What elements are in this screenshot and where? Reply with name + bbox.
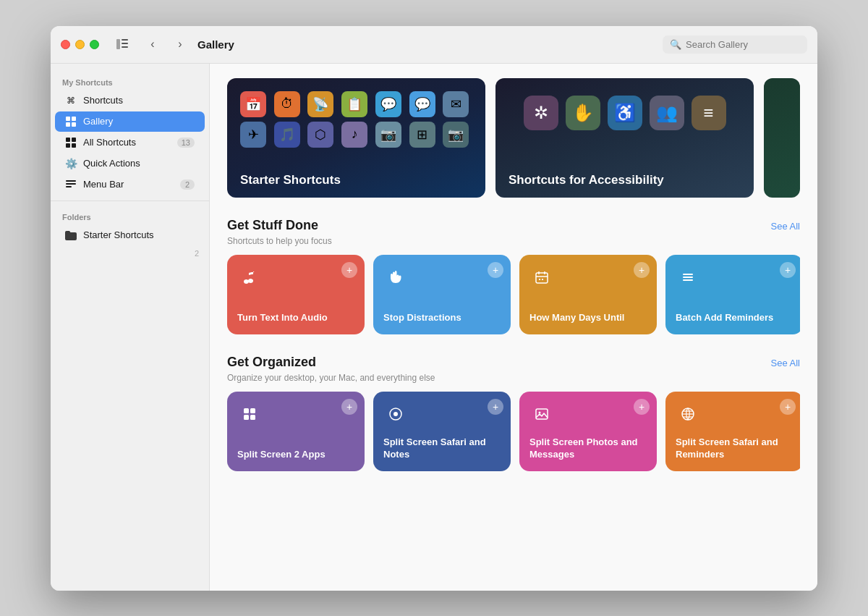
traffic-lights bbox=[61, 40, 99, 49]
quick-actions-label: Quick Actions bbox=[83, 158, 195, 169]
content-area: 📅⏱📡📋💬💬✉✈🎵⬡♪📷⊞📷 Starter Shortcuts ✲✋♿👥≡ S… bbox=[210, 64, 817, 591]
get-organized-see-all[interactable]: See All bbox=[771, 358, 800, 368]
shortcut-card-2[interactable]: +How Many Days Until bbox=[519, 255, 657, 334]
maximize-button[interactable] bbox=[90, 40, 99, 49]
hero-icon-6: ✉ bbox=[443, 91, 469, 117]
svg-rect-3 bbox=[122, 46, 128, 48]
back-button[interactable]: ‹ bbox=[142, 34, 163, 54]
svg-rect-5 bbox=[72, 117, 76, 121]
svg-rect-2 bbox=[122, 43, 128, 44]
shortcut-card-2[interactable]: +Split Screen Photos and Messages bbox=[519, 392, 657, 471]
svg-rect-1 bbox=[122, 39, 128, 41]
minimize-button[interactable] bbox=[75, 40, 85, 49]
search-input[interactable] bbox=[686, 39, 800, 50]
shortcut-card-1[interactable]: +Split Screen Safari and Notes bbox=[373, 392, 511, 471]
hero-icon-0: 📅 bbox=[240, 91, 266, 117]
sidebar-item-quick-actions[interactable]: ⚙️ Quick Actions bbox=[55, 153, 205, 174]
add-shortcut-button-2[interactable]: + bbox=[634, 399, 650, 415]
add-shortcut-button-3[interactable]: + bbox=[780, 399, 796, 415]
hero-icon-13: 📷 bbox=[443, 122, 469, 148]
svg-rect-12 bbox=[66, 180, 76, 182]
svg-rect-8 bbox=[66, 138, 70, 142]
svg-rect-24 bbox=[244, 408, 249, 413]
titlebar: ‹ › Gallery 🔍 bbox=[51, 26, 817, 64]
svg-rect-23 bbox=[683, 279, 693, 281]
sidebar-item-menu-bar[interactable]: Menu Bar 2 bbox=[55, 174, 205, 195]
get-organized-section: Get Organized See All Organize your desk… bbox=[227, 355, 800, 471]
sidebar-item-shortcuts: ⌘ Shortcuts bbox=[55, 90, 205, 111]
shortcut-card-icon-3 bbox=[676, 265, 700, 290]
shortcut-card-0[interactable]: +Turn Text Into Audio bbox=[227, 255, 365, 334]
svg-rect-15 bbox=[536, 273, 548, 283]
shortcut-card-1[interactable]: +Stop Distractions bbox=[373, 255, 511, 334]
hero-icons-grid: 📅⏱📡📋💬💬✉✈🎵⬡♪📷⊞📷 bbox=[227, 78, 485, 155]
menu-bar-icon bbox=[65, 179, 77, 190]
shortcut-card-icon-0 bbox=[237, 402, 262, 426]
hero-icon-7: ✈ bbox=[240, 122, 266, 148]
svg-rect-13 bbox=[66, 183, 76, 185]
app-window: ‹ › Gallery 🔍 My Shortcuts ⌘ Shortcuts bbox=[51, 26, 817, 591]
hero-icon-2: 📡 bbox=[307, 91, 333, 117]
svg-rect-19 bbox=[539, 279, 540, 280]
hero-icon-5: 💬 bbox=[409, 91, 435, 117]
search-box[interactable]: 🔍 bbox=[663, 35, 807, 54]
gallery-icon bbox=[65, 116, 77, 127]
shortcut-card-label-3: Batch Add Reminders bbox=[676, 312, 793, 324]
forward-button[interactable]: › bbox=[170, 34, 190, 54]
get-organized-subtitle: Organize your desktop, your Mac, and eve… bbox=[227, 373, 800, 383]
svg-rect-27 bbox=[250, 415, 255, 420]
shortcut-card-0[interactable]: +Split Screen 2 Apps bbox=[227, 392, 365, 471]
shortcut-card-icon-1 bbox=[383, 265, 408, 290]
shortcut-card-label-2: Split Screen Photos and Messages bbox=[529, 436, 647, 461]
sidebar-item-gallery[interactable]: Gallery bbox=[55, 111, 205, 132]
add-shortcut-button-1[interactable]: + bbox=[488, 262, 503, 278]
folders-section-label: Folders bbox=[51, 207, 209, 224]
gallery-label: Gallery bbox=[83, 116, 195, 127]
a11y-icon-2: ♿ bbox=[608, 96, 642, 130]
page-title: Gallery bbox=[197, 38, 655, 51]
get-organized-cards: +Split Screen 2 Apps+Split Screen Safari… bbox=[227, 392, 800, 471]
sidebar-shortcuts-label: Shortcuts bbox=[83, 95, 195, 106]
accessibility-hero-label: Shortcuts for Accessibility bbox=[509, 173, 664, 187]
hero-icon-3: 📋 bbox=[341, 91, 367, 117]
shortcut-card-icon-1 bbox=[383, 402, 408, 426]
starter-shortcuts-hero-label: Starter Shortcuts bbox=[240, 173, 341, 187]
shortcut-card-label-1: Split Screen Safari and Notes bbox=[383, 436, 501, 461]
hero-icon-10: ♪ bbox=[341, 122, 367, 148]
sidebar-item-all-shortcuts[interactable]: All Shortcuts 13 bbox=[55, 132, 205, 153]
shortcut-card-icon-0 bbox=[237, 265, 262, 290]
svg-rect-26 bbox=[244, 415, 249, 420]
shortcut-card-3[interactable]: +Split Screen Safari and Reminders bbox=[665, 392, 800, 471]
my-shortcuts-section-label: My Shortcuts bbox=[51, 72, 209, 90]
shortcut-card-icon-2 bbox=[529, 402, 554, 426]
svg-rect-4 bbox=[66, 117, 70, 121]
shortcut-card-label-2: How Many Days Until bbox=[529, 312, 647, 324]
shortcut-card-icon-2 bbox=[529, 265, 554, 290]
get-stuff-done-see-all[interactable]: See All bbox=[771, 221, 800, 232]
sidebar-item-starter-shortcuts[interactable]: Starter Shortcuts bbox=[55, 225, 205, 245]
add-shortcut-button-0[interactable]: + bbox=[341, 399, 357, 415]
svg-rect-11 bbox=[72, 143, 76, 148]
a11y-icon-3: 👥 bbox=[650, 96, 684, 130]
svg-rect-0 bbox=[116, 39, 120, 49]
hero-section: 📅⏱📡📋💬💬✉✈🎵⬡♪📷⊞📷 Starter Shortcuts ✲✋♿👥≡ S… bbox=[227, 78, 800, 198]
starter-shortcuts-label: Starter Shortcuts bbox=[83, 229, 195, 240]
all-shortcuts-label: All Shortcuts bbox=[83, 137, 171, 148]
add-shortcut-button-0[interactable]: + bbox=[341, 262, 357, 278]
main-content: My Shortcuts ⌘ Shortcuts Gallery bbox=[51, 64, 817, 591]
add-shortcut-button-1[interactable]: + bbox=[488, 399, 503, 415]
shortcut-card-label-1: Stop Distractions bbox=[383, 312, 501, 324]
sidebar-toggle-button[interactable] bbox=[112, 34, 132, 54]
close-button[interactable] bbox=[61, 40, 70, 49]
accessibility-hero-card[interactable]: ✲✋♿👥≡ Shortcuts for Accessibility bbox=[495, 78, 754, 198]
svg-rect-14 bbox=[66, 186, 72, 187]
all-shortcuts-icon bbox=[65, 137, 77, 148]
add-shortcut-button-2[interactable]: + bbox=[634, 262, 650, 278]
sidebar-bottom-count: 2 bbox=[51, 246, 209, 261]
add-shortcut-button-3[interactable]: + bbox=[780, 262, 796, 278]
get-stuff-done-header: Get Stuff Done See All bbox=[227, 218, 800, 233]
starter-shortcuts-hero-card[interactable]: 📅⏱📡📋💬💬✉✈🎵⬡♪📷⊞📷 Starter Shortcuts bbox=[227, 78, 485, 198]
svg-rect-22 bbox=[683, 277, 693, 278]
shortcut-card-3[interactable]: +Batch Add Reminders bbox=[665, 255, 800, 334]
shortcut-card-label-0: Turn Text Into Audio bbox=[237, 312, 354, 324]
